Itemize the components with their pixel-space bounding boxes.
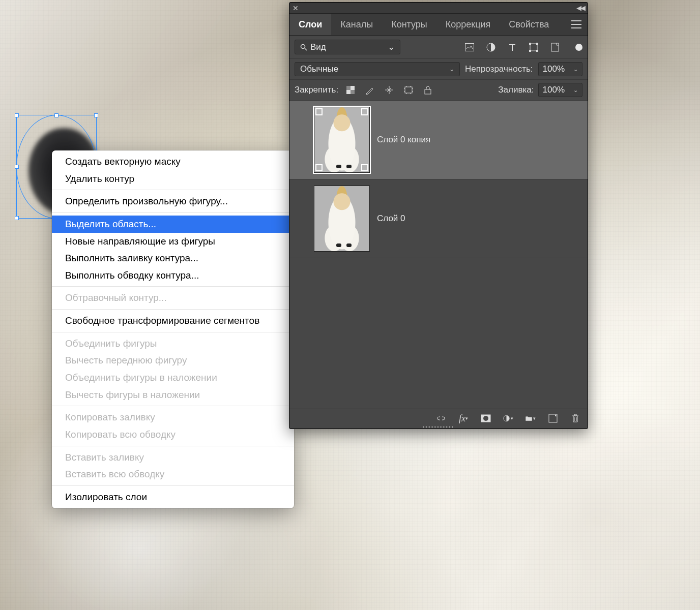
menu-separator	[52, 212, 294, 213]
close-icon[interactable]: ✕	[293, 4, 299, 12]
svg-rect-6	[529, 50, 531, 52]
svg-rect-11	[351, 90, 355, 94]
chevron-down-icon: ⌄	[449, 66, 454, 73]
context-menu-item[interactable]: Выполнить обводку контура...	[52, 267, 294, 284]
opacity-input[interactable]: 100% ⌄	[538, 62, 582, 76]
filter-adjustment-icon[interactable]	[486, 42, 496, 52]
svg-rect-13	[425, 89, 431, 94]
context-menu: Создать векторную маскуУдалить контурОпр…	[52, 150, 294, 508]
context-menu-item: Вставить заливку	[52, 449, 294, 466]
transform-handle[interactable]	[54, 113, 59, 117]
resize-handle[interactable]	[423, 426, 454, 429]
transform-handle[interactable]	[15, 113, 19, 117]
panel-footer: fx ▾ ▾ ▾	[289, 409, 588, 429]
lock-pixels-icon[interactable]	[365, 85, 375, 95]
blend-mode-dropdown[interactable]: Обычные ⌄	[295, 62, 460, 76]
filter-type-label: Вид	[310, 42, 326, 52]
filter-type-icon[interactable]	[507, 42, 517, 52]
filter-smartobject-icon[interactable]	[550, 42, 560, 52]
search-icon	[300, 44, 307, 51]
panel-titlebar[interactable]: ✕ ◀◀	[289, 3, 588, 14]
blend-opacity-row: Обычные ⌄ Непрозрачность: 100% ⌄	[289, 59, 588, 80]
context-menu-item[interactable]: Удалить контур	[52, 170, 294, 188]
svg-rect-12	[405, 87, 412, 93]
svg-point-15	[483, 416, 488, 421]
collapse-icon[interactable]: ◀◀	[576, 4, 585, 12]
add-mask-icon[interactable]	[481, 413, 491, 423]
new-adjustment-icon[interactable]: ▾	[503, 413, 513, 423]
filter-toggle-switch[interactable]	[575, 44, 582, 51]
context-menu-item: Вычесть фигуры в наложении	[52, 386, 294, 404]
blend-mode-value: Обычные	[300, 64, 338, 74]
layer-name-label[interactable]: Слой 0	[377, 214, 405, 224]
tab-3[interactable]: Коррекция	[436, 14, 500, 35]
opacity-value: 100%	[539, 64, 569, 74]
layer-filter-row: Вид ⌄	[289, 36, 588, 59]
chevron-down-icon[interactable]: ⌄	[569, 63, 582, 76]
lock-all-icon[interactable]	[423, 85, 433, 95]
menu-separator	[52, 332, 294, 332]
layer-row[interactable]: Слой 0 копия	[289, 101, 588, 179]
fill-value: 100%	[539, 85, 569, 95]
opacity-label: Непрозрачность:	[465, 64, 533, 74]
fill-label: Заливка:	[498, 85, 534, 95]
context-menu-item: Копировать всю обводку	[52, 426, 294, 443]
layer-thumbnail[interactable]	[314, 107, 370, 173]
context-menu-item[interactable]: Выполнить заливку контура...	[52, 250, 294, 267]
transform-handle[interactable]	[15, 216, 19, 220]
lock-position-icon[interactable]	[384, 85, 394, 95]
menu-separator	[52, 406, 294, 406]
context-menu-item: Копировать заливку	[52, 409, 294, 426]
layer-name-label[interactable]: Слой 0 копия	[377, 135, 430, 145]
svg-rect-7	[536, 50, 538, 52]
layer-thumbnail[interactable]	[314, 186, 370, 252]
panel-menu-icon[interactable]	[565, 20, 588, 28]
panel-tabs: СлоиКаналыКонтурыКоррекцияСвойства	[289, 14, 588, 36]
tab-1[interactable]: Каналы	[331, 14, 382, 35]
context-menu-item[interactable]: Создать векторную маску	[52, 153, 294, 170]
svg-rect-3	[530, 44, 537, 51]
fill-input[interactable]: 100% ⌄	[538, 83, 582, 97]
context-menu-item[interactable]: Изолировать слои	[52, 489, 294, 506]
delete-layer-icon[interactable]	[570, 413, 580, 423]
context-menu-item: Объединить фигуры в наложении	[52, 369, 294, 386]
lock-label: Закрепить:	[295, 85, 338, 95]
context-menu-item[interactable]: Выделить область...	[52, 216, 294, 233]
svg-rect-1	[465, 43, 474, 51]
svg-rect-5	[536, 43, 538, 45]
tab-0[interactable]: Слои	[289, 14, 331, 35]
context-menu-item: Обтравочный контур...	[52, 289, 294, 307]
chevron-down-icon: ⌄	[388, 42, 395, 52]
context-menu-item: Вставить всю обводку	[52, 466, 294, 483]
tab-2[interactable]: Контуры	[382, 14, 436, 35]
filter-pixel-icon[interactable]	[464, 42, 475, 52]
transform-handle[interactable]	[94, 113, 98, 117]
new-layer-icon[interactable]	[548, 413, 558, 423]
svg-rect-8	[551, 43, 559, 51]
context-menu-item: Вычесть переднюю фигуру	[52, 352, 294, 369]
chevron-down-icon[interactable]: ⌄	[569, 83, 582, 97]
context-menu-item[interactable]: Свободное трансформирование сегментов	[52, 312, 294, 329]
transform-handle[interactable]	[15, 165, 19, 169]
lock-transparency-icon[interactable]	[345, 85, 356, 95]
new-group-icon[interactable]: ▾	[526, 413, 536, 423]
layer-row[interactable]: Слой 0	[289, 179, 588, 258]
tab-4[interactable]: Свойства	[500, 14, 558, 35]
menu-separator	[52, 286, 294, 287]
filter-shape-icon[interactable]	[529, 42, 539, 52]
svg-rect-4	[529, 43, 531, 45]
layers-list: Слой 0 копияСлой 0	[289, 101, 588, 409]
svg-rect-10	[346, 86, 351, 90]
link-layers-icon[interactable]	[436, 413, 446, 423]
menu-separator	[52, 485, 294, 486]
layers-panel: ✕ ◀◀ СлоиКаналыКонтурыКоррекцияСвойства …	[289, 2, 588, 429]
context-menu-item[interactable]: Новые направляющие из фигуры	[52, 233, 294, 250]
lock-artboard-icon[interactable]	[403, 85, 414, 95]
context-menu-item: Объединить фигуры	[52, 335, 294, 352]
menu-separator	[52, 190, 294, 190]
layer-effects-icon[interactable]: fx ▾	[458, 413, 469, 423]
lock-fill-row: Закрепить: Заливка: 100% ⌄	[289, 80, 588, 101]
context-menu-item[interactable]: Определить произвольную фигуру...	[52, 193, 294, 210]
filter-type-dropdown[interactable]: Вид ⌄	[295, 40, 400, 54]
svg-point-0	[301, 44, 305, 48]
